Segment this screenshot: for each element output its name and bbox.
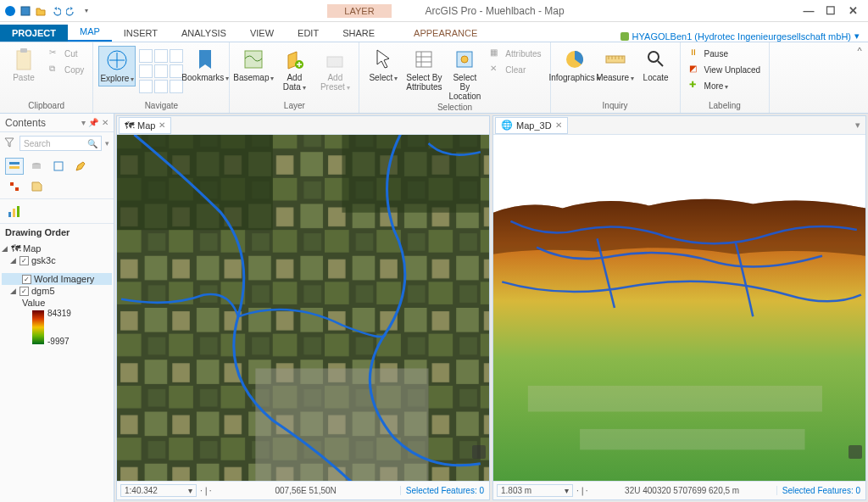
toc-tab-labeling[interactable]: [27, 178, 46, 195]
title-bar: ▾ LAYER ArcGIS Pro - Muehlbach - Map — ☐…: [0, 0, 868, 22]
tab-appearance[interactable]: APPEARANCE: [402, 25, 489, 42]
add-data-button[interactable]: Add Data: [275, 46, 313, 94]
nav-grid[interactable]: [139, 49, 183, 93]
checkbox-gsk3c[interactable]: ✓: [19, 256, 29, 265]
open-icon[interactable]: [34, 4, 47, 18]
copy-icon: ⧉: [49, 64, 61, 75]
ribbon-tabs: PROJECT MAP INSERT ANALYSIS VIEW EDIT SH…: [0, 22, 868, 42]
svg-rect-23: [17, 206, 19, 217]
tree-layer-world-imagery[interactable]: ✓World Imagery: [2, 273, 112, 285]
map-canvas-2d[interactable]: [117, 135, 489, 481]
scale-tools-icon[interactable]: ·❘·: [200, 486, 212, 495]
redo-icon[interactable]: [64, 4, 78, 18]
tab-project[interactable]: PROJECT: [0, 25, 68, 42]
snapshot-icon[interactable]: [849, 445, 862, 459]
svg-rect-31: [342, 135, 480, 213]
selected-features-2d[interactable]: Selected Features: 0: [400, 486, 489, 495]
checkbox-world-imagery[interactable]: ✓: [22, 275, 31, 284]
more-button[interactable]: ✚More: [686, 78, 765, 93]
view-map-3d: 🌐Map_3D✕▾: [492, 115, 866, 500]
tree-map-root[interactable]: ◢🗺Map: [2, 243, 112, 254]
select-by-location-button[interactable]: Select By Location: [446, 46, 483, 103]
snapshot-icon[interactable]: [472, 445, 486, 459]
add-preset-icon: [323, 47, 347, 71]
tree-layer-dgm5[interactable]: ◢✓dgm5: [2, 285, 112, 297]
toc-tab-chart[interactable]: [5, 203, 24, 220]
minimize-button[interactable]: —: [798, 3, 819, 19]
group-selection: Select Select By Attributes Select By Lo…: [359, 42, 550, 113]
toc-tab-drawing-order[interactable]: [5, 158, 24, 175]
toc-tab-selection[interactable]: [49, 158, 68, 175]
maximize-button[interactable]: ☐: [821, 3, 841, 19]
add-preset-button: Add Preset: [316, 46, 353, 94]
tab-share[interactable]: SHARE: [331, 25, 387, 42]
toc-tab-edit[interactable]: [71, 158, 90, 175]
close-tab-icon[interactable]: ✕: [555, 120, 562, 130]
scale-input-3d[interactable]: 1.803 m▾: [497, 484, 573, 497]
measure-button[interactable]: Measure: [597, 46, 634, 85]
globe-icon: 🌐: [501, 120, 513, 131]
view-menu-icon[interactable]: ▾: [850, 120, 865, 131]
group-labeling: ⏸Pause ◩View Unplaced ✚More Labeling: [681, 42, 771, 113]
tab-map-3d[interactable]: 🌐Map_3D✕: [495, 117, 568, 134]
infographics-button[interactable]: Infographics: [556, 46, 593, 85]
select-by-attributes-button[interactable]: Select By Attributes: [405, 46, 442, 93]
panel-close-icon[interactable]: ✕: [102, 118, 108, 127]
svg-rect-2: [17, 51, 31, 70]
group-clipboard: Paste ✂Cut ⧉Copy Clipboard: [0, 42, 93, 113]
tab-map[interactable]: MAP: [68, 23, 112, 42]
close-tab-icon[interactable]: ✕: [159, 120, 165, 130]
search-options-icon[interactable]: ▾: [105, 139, 109, 148]
user-name: HYAGOLBen1 (Hydrotec Ingenieurgesellscha…: [632, 31, 851, 42]
tab-view[interactable]: VIEW: [238, 25, 286, 42]
coords-2d: 007,56E 51,50N: [212, 486, 400, 495]
svg-rect-3: [20, 48, 27, 53]
user-label[interactable]: HYAGOLBen1 (Hydrotec Ingenieurgesellscha…: [620, 31, 860, 42]
ribbon-minimize[interactable]: ^: [851, 42, 868, 113]
search-input[interactable]: Search🔍: [19, 136, 102, 151]
cut-button: ✂Cut: [46, 46, 87, 61]
basemap-button[interactable]: Basemap: [235, 46, 272, 85]
locate-button[interactable]: Locate: [637, 46, 675, 84]
bookmarks-button[interactable]: Bookmarks: [186, 46, 224, 85]
selected-features-3d[interactable]: Selected Features: 0: [776, 486, 865, 495]
tab-edit[interactable]: EDIT: [286, 25, 331, 42]
explore-icon: [105, 48, 129, 72]
checkbox-dgm5[interactable]: ✓: [19, 287, 29, 296]
tab-map-2d[interactable]: 🗺Map✕: [119, 117, 171, 134]
autohide-icon[interactable]: ▾ 📌: [81, 118, 98, 127]
app-icon[interactable]: [3, 4, 17, 18]
save-icon[interactable]: [19, 4, 32, 18]
group-layer: Basemap Add Data Add Preset Layer: [230, 42, 359, 113]
select-button[interactable]: Select: [364, 46, 402, 85]
explore-button[interactable]: Explore: [98, 46, 136, 86]
tab-insert[interactable]: INSERT: [112, 25, 170, 42]
close-button[interactable]: ✕: [843, 3, 863, 19]
legend-max: 84319: [47, 309, 71, 318]
measure-icon: [604, 47, 627, 71]
svg-rect-5: [245, 51, 262, 68]
qat-dropdown-icon[interactable]: ▾: [80, 4, 93, 18]
contents-header: Contents ▾ 📌 ✕: [0, 114, 114, 132]
add-data-icon: [282, 47, 306, 71]
pause-button[interactable]: ⏸Pause: [686, 46, 765, 61]
scale-input-2d[interactable]: 1:40.342▾: [120, 484, 197, 497]
scale-tools-icon[interactable]: ·❘·: [576, 486, 588, 495]
svg-rect-20: [15, 187, 19, 191]
tree-layer-gsk3c[interactable]: ◢✓gsk3c: [2, 254, 112, 266]
pause-icon: ⏸: [689, 47, 701, 59]
svg-rect-22: [13, 209, 15, 217]
map-canvas-3d[interactable]: [493, 135, 865, 481]
view-unplaced-button[interactable]: ◩View Unplaced: [686, 62, 765, 77]
tab-analysis[interactable]: ANALYSIS: [170, 25, 238, 42]
view-map-2d: 🗺Map✕: [116, 115, 490, 500]
toc-tab-source[interactable]: [27, 158, 46, 175]
basemap-icon: [242, 47, 265, 71]
unplaced-icon: ◩: [689, 64, 701, 75]
undo-icon[interactable]: [49, 4, 63, 18]
ribbon: Paste ✂Cut ⧉Copy Clipboard Explore Bookm…: [0, 42, 868, 114]
svg-point-10: [461, 56, 468, 63]
filter-icon[interactable]: [4, 137, 16, 149]
toc-tab-snapping[interactable]: [5, 178, 24, 195]
infographics-icon: [563, 47, 587, 71]
